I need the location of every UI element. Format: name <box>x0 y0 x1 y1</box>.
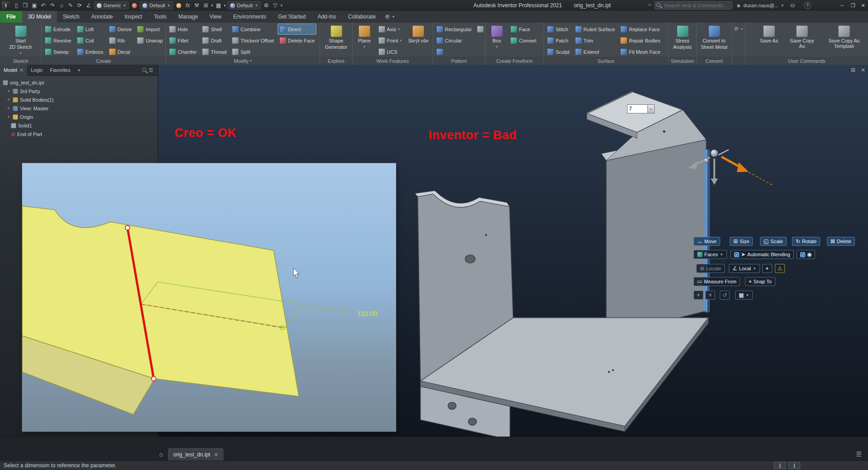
material-dropdown[interactable]: Generic ▼ <box>94 1 129 9</box>
browser-tab-model[interactable]: Model ✕ <box>0 65 27 76</box>
open-file-icon[interactable]: ❐ <box>21 1 30 10</box>
fillet-button[interactable]: Fillet <box>167 35 198 46</box>
viewport-close-icon[interactable]: ✕ <box>861 67 865 73</box>
measure-from-button[interactable]: ▭ Measure From <box>693 277 740 286</box>
rib-button[interactable]: Rib <box>107 35 134 46</box>
emboss-button[interactable]: Emboss <box>75 46 105 57</box>
chamfer-button[interactable]: Chamfer <box>167 46 198 57</box>
tree-item-solid1[interactable]: Solid1 <box>0 121 158 130</box>
save-icon[interactable]: ▣ <box>30 1 39 10</box>
rectangular-pattern-button[interactable]: Rectangular <box>434 24 473 35</box>
group-label-modify[interactable]: Modify▾ <box>166 57 320 65</box>
save-as-button[interactable]: Save As <box>756 24 782 57</box>
tree-item-view-master[interactable]: + View: Master <box>0 104 158 113</box>
automatic-blending-toggle[interactable]: ✓ ➤ Automatic Blending <box>731 250 794 259</box>
thicken-offset-button[interactable]: Thicken/ Offset <box>230 35 276 46</box>
sculpt-button[interactable]: Sculpt <box>545 46 571 57</box>
tab-manage[interactable]: Manage <box>172 11 203 23</box>
locate-button[interactable]: ⊕ Locate <box>696 264 725 273</box>
fx-parameters-icon[interactable]: fx <box>183 1 192 10</box>
tab-file[interactable]: File <box>0 11 22 23</box>
new-file-icon[interactable]: ▯ <box>12 1 21 10</box>
import-button[interactable]: Import <box>135 24 165 35</box>
orientation-button[interactable]: ⌖ <box>762 264 772 273</box>
options-table-button[interactable]: ▦ ▼ <box>735 291 753 300</box>
tree-item-end-of-part[interactable]: ⊘ End of Part <box>0 130 158 138</box>
update-icon[interactable]: ⟳ <box>75 1 84 10</box>
tab-list-menu-icon[interactable]: ☰ <box>856 451 862 458</box>
tab-add-ins[interactable]: Add-Ins <box>311 11 342 23</box>
window-maximize-button[interactable]: ❐ <box>848 0 858 11</box>
help-icon[interactable]: ? <box>804 2 811 9</box>
filter-icon[interactable]: ▽ <box>271 1 280 10</box>
freeform-convert-button[interactable]: Convert <box>509 35 538 46</box>
close-icon[interactable]: ✕ <box>19 67 24 73</box>
undo-operation-button[interactable]: ↺ <box>720 291 730 300</box>
tab-3d-model[interactable]: 3D Model <box>22 11 57 23</box>
measure-icon[interactable]: ∠ <box>84 1 93 10</box>
decal-button[interactable]: Decal <box>107 46 134 57</box>
local-dropdown[interactable]: ∠ Local ▼ <box>729 264 760 273</box>
ribbon-expand-button[interactable]: ▾ <box>732 24 745 35</box>
tree-item-3rd-party[interactable]: + 3rd Party <box>0 87 158 95</box>
grid-snap-icon[interactable]: ⊞ <box>201 1 210 10</box>
replace-face-button[interactable]: Replace Face <box>618 24 662 35</box>
chevron-down-icon[interactable]: ▼ <box>223 4 226 8</box>
split-button[interactable]: Split <box>230 46 276 57</box>
sweep-button[interactable]: Sweep <box>43 46 73 57</box>
tab-annotate[interactable]: Annotate <box>85 11 119 23</box>
move-button[interactable]: ↔Move <box>693 237 720 246</box>
home-icon[interactable]: ⌂ <box>159 451 163 458</box>
shell-button[interactable]: Shell <box>200 24 228 35</box>
ribbon-options-button[interactable]: ▼ <box>382 11 399 23</box>
redo-icon[interactable]: ↷ <box>48 1 57 10</box>
plane-button[interactable]: Plane ▾ <box>354 24 375 57</box>
appearance-dropdown[interactable]: Default ▼ <box>140 1 173 9</box>
document-tab[interactable]: orig_test_dn.ipt ✕ <box>168 448 223 461</box>
checkbox-checked-icon[interactable]: ✓ <box>734 252 739 257</box>
derive-button[interactable]: Derive <box>107 24 134 35</box>
search-input[interactable] <box>655 1 732 9</box>
stitch-button[interactable]: Stitch <box>545 24 571 35</box>
thread-button[interactable]: Thread <box>200 46 228 57</box>
search-expand-icon[interactable]: » <box>648 2 651 7</box>
warning-button[interactable]: ⚠ <box>775 264 785 273</box>
expand-icon[interactable]: + <box>6 106 11 111</box>
tab-tools[interactable]: Tools <box>148 11 172 23</box>
material-browser-icon[interactable] <box>130 1 139 10</box>
direct-button[interactable]: Direct <box>278 24 316 35</box>
browser-tab-favorites[interactable]: Favorites <box>46 65 74 76</box>
trim-button[interactable]: Trim <box>573 35 617 46</box>
sketch-pattern-button[interactable] <box>434 46 473 57</box>
repair-bodies-button[interactable]: Repair Bodies <box>618 35 662 46</box>
tab-inspect[interactable]: Inspect <box>119 11 148 23</box>
browser-add-tab-button[interactable]: + <box>74 65 84 76</box>
view-rep-dropdown[interactable]: Default ▼ <box>227 1 261 9</box>
freeform-face-button[interactable]: Face <box>509 24 538 35</box>
ucs-button[interactable]: UCS <box>377 46 404 57</box>
visibility-toggle[interactable]: ✓ ◉ <box>797 250 815 259</box>
convert-to-sheet-metal-button[interactable]: Convert to Sheet Metal <box>698 24 730 57</box>
fit-mesh-face-button[interactable]: Fit Mesh Face <box>618 46 662 57</box>
unwrap-button[interactable]: Unwrap <box>135 35 165 46</box>
patch-button[interactable]: Patch <box>545 35 571 46</box>
ruled-surface-button[interactable]: Ruled Surface <box>573 24 617 35</box>
spinner-expand-icon[interactable]: › <box>648 104 655 113</box>
undo-icon[interactable]: ↶ <box>39 1 48 10</box>
adjust-appearance-icon[interactable] <box>174 1 183 10</box>
loft-button[interactable]: Loft <box>75 24 105 35</box>
extend-button[interactable]: Extend <box>573 46 617 57</box>
start-2d-sketch-button[interactable]: Start 2D Sketch ▾ <box>6 24 35 57</box>
freeform-box-button[interactable]: Box ▾ <box>487 24 507 57</box>
revolve-button[interactable]: Revolve <box>43 35 73 46</box>
checkbox-checked-icon[interactable]: ✓ <box>800 252 805 257</box>
expand-icon[interactable]: + <box>6 114 11 119</box>
tab-get-started[interactable]: Get Started <box>272 11 311 23</box>
faces-dropdown[interactable]: Faces ▼ <box>693 250 727 259</box>
combine-button[interactable]: Combine <box>230 24 276 35</box>
tab-environments[interactable]: Environments <box>227 11 272 23</box>
browser-tab-logic[interactable]: Logic <box>27 65 46 76</box>
save-copy-as-button[interactable]: Save Copy As <box>787 24 817 57</box>
axis-button[interactable]: Axis▾ <box>377 24 404 35</box>
sketch-pencil-icon[interactable]: ✎ <box>66 1 75 10</box>
